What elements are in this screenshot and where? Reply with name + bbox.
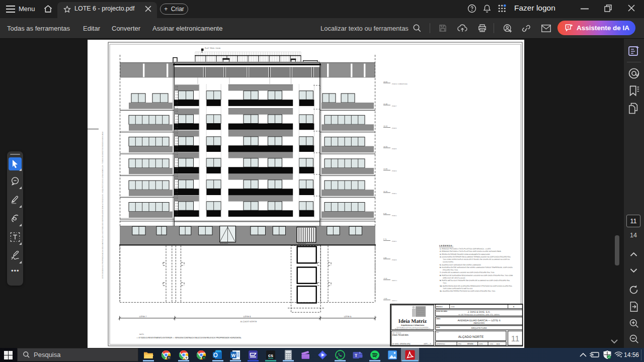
svg-text:Arquitectura e Urbanismo: Arquitectura e Urbanismo bbox=[401, 324, 425, 326]
svg-text:-3.00: -3.00 bbox=[383, 298, 387, 300]
svg-text:4. CAIXILHARIA EXTERIOR EM ALU: 4. CAIXILHARIA EXTERIOR EM ALUMINIO TERM… bbox=[440, 256, 511, 258]
svg-text:8.40: 8.40 bbox=[383, 213, 386, 215]
svg-text:16.50: 16.50 bbox=[383, 146, 387, 148]
svg-text:1. REBOCO PINTADO A TINTA PLAS: 1. REBOCO PINTADO A TINTA PLASTICA COR B… bbox=[440, 248, 491, 250]
svg-text:11.10: 11.10 bbox=[383, 191, 387, 193]
svg-text:DATA: DATA bbox=[479, 343, 483, 345]
svg-text:ALÇADO NORTE: ALÇADO NORTE bbox=[458, 335, 484, 339]
svg-text:PISO 0: PISO 0 bbox=[392, 259, 397, 261]
svg-text:7011 COM VIDRO DUPLO INCOLOR E: 7011 COM VIDRO DUPLO INCOLOR E PAINEL EM… bbox=[443, 258, 510, 260]
svg-text:W: W bbox=[231, 353, 236, 358]
svg-text:GRELHAS DE VENTILACAO.: GRELHAS DE VENTILACAO. bbox=[443, 277, 465, 279]
svg-text:11. GUARDA EM FERRO PINTADO NA: 11. GUARDA EM FERRO PINTADO NA COR CINZA… bbox=[440, 290, 496, 292]
svg-text:2.80: 2.80 bbox=[383, 257, 386, 259]
svg-text:9. PORTA METALICA E RODAPE EM: 9. PORTA METALICA E RODAPE EM CHAPA DE A… bbox=[440, 280, 510, 282]
svg-text:LOTE 7: LOTE 7 bbox=[139, 315, 147, 318]
svg-text:24.60: 24.60 bbox=[383, 81, 387, 83]
svg-text:ESCURO RAL 7011.: ESCURO RAL 7011. bbox=[443, 269, 458, 271]
svg-text:AMADORA: AMADORA bbox=[473, 322, 485, 324]
svg-text:6. DIVISORIA ENTRE VARANDAS EM: 6. DIVISORIA ENTRE VARANDAS EM VIDRO LAM… bbox=[440, 266, 513, 268]
svg-text:5.70: 5.70 bbox=[383, 238, 386, 240]
svg-text:DONO DE OBRA: DONO DE OBRA bbox=[436, 310, 447, 312]
svg-text:19.20: 19.20 bbox=[383, 125, 387, 127]
svg-text:DES.: DES. bbox=[436, 332, 439, 333]
svg-text:Nº INSC. ORDEM ARQ.: Nº INSC. ORDEM ARQ. bbox=[392, 343, 411, 345]
svg-text:PISO 5: PISO 5 bbox=[392, 148, 397, 150]
svg-text:LEGENDA:: LEGENDA: bbox=[439, 244, 453, 247]
svg-text:PISO 7: PISO 7 bbox=[392, 105, 397, 107]
svg-text:1/100: 1/100 bbox=[451, 306, 455, 308]
svg-text:21.90: 21.90 bbox=[383, 103, 387, 105]
svg-text:10. MURO EM BLOCO DE ALVENARIA: 10. MURO EM BLOCO DE ALVENARIA REBOCADO … bbox=[440, 285, 512, 287]
svg-text:T: T bbox=[355, 353, 358, 358]
svg-text:09.24 09.24: 09.24 09.24 bbox=[220, 242, 228, 244]
svg-text:ESTE DESENHO E PROPRIEDADE DA: ESTE DESENHO E PROPRIEDADE DA IDEIA MATR… bbox=[102, 132, 104, 279]
svg-text:09.24 09.24: 09.24 09.24 bbox=[298, 242, 306, 244]
svg-text:PISO 8 = COBERTURA: PISO 8 = COBERTURA bbox=[392, 83, 408, 85]
svg-text:OBRA: OBRA bbox=[436, 318, 440, 320]
svg-text:FASE: FASE bbox=[436, 326, 440, 328]
svg-text:EMA TEIXEIRA: EMA TEIXEIRA bbox=[392, 334, 409, 336]
svg-text:7035 COM CAPEAMENTO METALICO.: 7035 COM CAPEAMENTO METALICO. bbox=[443, 288, 473, 290]
svg-text:J. DIAS & DIAS, S.A.: J. DIAS & DIAS, S.A. bbox=[467, 311, 490, 314]
svg-text:◄|◄: ◄|◄ bbox=[496, 343, 500, 345]
svg-text:PISO 4: PISO 4 bbox=[392, 170, 397, 172]
svg-text:8. PORTAO DE GARAGEM SECCIONAD: 8. PORTAO DE GARAGEM SECCIONADO LACADO N… bbox=[440, 275, 513, 277]
svg-text:— E TODO O REVESTIMENTO EXTERI: — E TODO O REVESTIMENTO EXTERIOR — SERA … bbox=[136, 336, 242, 339]
svg-text:PISO 3: PISO 3 bbox=[392, 193, 397, 195]
svg-text:DESENHOU: DESENHOU bbox=[437, 343, 445, 345]
svg-text:LOTE 5: LOTE 5 bbox=[344, 315, 352, 318]
svg-text:PISO 6: PISO 6 bbox=[392, 127, 397, 129]
svg-text:13.80: 13.80 bbox=[383, 168, 387, 170]
svg-text:ARQUITETURA: ARQUITETURA bbox=[471, 327, 487, 329]
svg-text:11: 11 bbox=[511, 335, 520, 343]
svg-text:TELEF 214000000 FAX 214000001: TELEF 214000000 FAX 214000001 GERAL@IDEI… bbox=[395, 328, 431, 330]
svg-text:3. PEDRA EXTERIOR PAINEIS COM: 3. PEDRA EXTERIOR PAINEIS COM ACABAMENTO… bbox=[440, 253, 491, 255]
svg-text:PISO 2: PISO 2 bbox=[392, 215, 397, 217]
svg-text:2. REBOCO PINTADO A TINTA PLAS: 2. REBOCO PINTADO A TINTA PLASTICA COR C… bbox=[440, 250, 502, 252]
svg-text:7. CHAPA DE ALUMINIO LACADO NA: 7. CHAPA DE ALUMINIO LACADO NA COR CINZA… bbox=[440, 272, 495, 274]
svg-text:NOTA:: NOTA: bbox=[139, 333, 144, 335]
svg-text:ALÇADO NORTE: ALÇADO NORTE bbox=[240, 320, 257, 323]
svg-text:ESC: ESC bbox=[458, 343, 462, 345]
svg-text:CAIXILHARIA.: CAIXILHARIA. bbox=[443, 261, 454, 263]
svg-text:PISO 1: PISO 1 bbox=[392, 240, 397, 242]
svg-text:CAVE 1: CAVE 1 bbox=[392, 280, 397, 282]
svg-text:5. GUARDA DAS VARANDAS EM VIDR: 5. GUARDA DAS VARANDAS EM VIDRO LAMINADO… bbox=[440, 264, 481, 266]
svg-text:CAVE 2: CAVE 2 bbox=[392, 300, 397, 302]
svg-text:PLAT. TECN. +24.60: PLAT. TECN. +24.60 bbox=[205, 47, 220, 49]
svg-text:LOTE 6: LOTE 6 bbox=[244, 315, 251, 318]
svg-text:1975 — 5: 1975 — 5 bbox=[424, 343, 431, 345]
svg-text:ESCALA: ESCALA bbox=[436, 306, 443, 308]
svg-text:Ideia Matriz: Ideia Matriz bbox=[398, 319, 427, 324]
svg-text:cs: cs bbox=[268, 353, 273, 358]
svg-text:1/10: 1/10 bbox=[490, 343, 493, 345]
svg-text:7011.: 7011. bbox=[443, 282, 447, 284]
svg-text:AV. DE FRANCISCO SA CARNEIRO,: AV. DE FRANCISCO SA CARNEIRO, URB. PTO. … bbox=[458, 314, 500, 316]
svg-text:◄: ◄ bbox=[513, 306, 514, 308]
svg-text:FEV/20: FEV/20 bbox=[467, 343, 473, 345]
svg-text:-0.20: -0.20 bbox=[383, 278, 387, 280]
